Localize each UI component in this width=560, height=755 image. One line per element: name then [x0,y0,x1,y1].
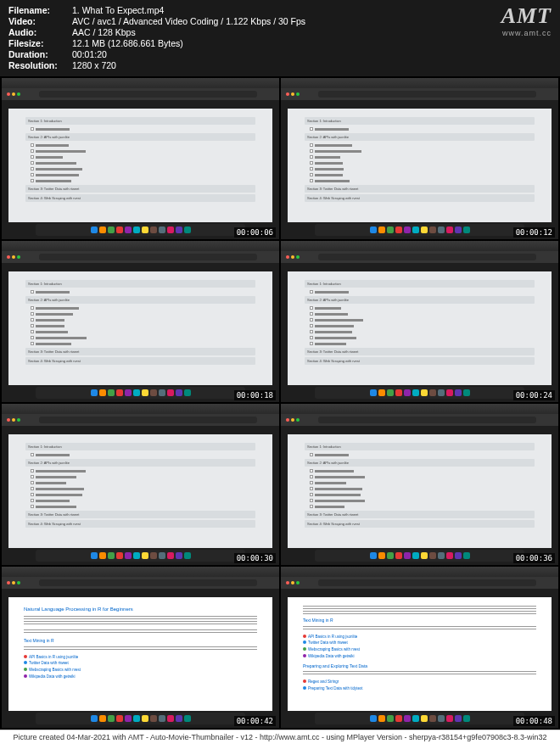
close-icon [286,581,289,584]
doc-link: Webscraping Basics with rvest [24,668,257,674]
macos-dock [36,550,245,562]
course-panel: Section 1: Introduction Section 2: APIs … [288,271,552,385]
url-bar [39,91,257,98]
thumbnail-7: Natural Language Processing in R for Beg… [2,567,279,728]
close-icon [7,255,10,259]
section-header: Section 2: APIs with jsonlite [305,459,535,467]
maximize-icon [296,418,300,422]
section-header: Section 2: APIs with jsonlite [25,133,255,141]
maximize-icon [17,92,20,96]
resolution-value: 1280 x 720 [72,60,116,70]
macos-menubar [281,78,558,88]
macos-menubar [2,78,279,88]
url-bar [39,579,257,586]
maximize-icon [17,255,20,259]
section-header: Section 2: APIs with jsonlite [25,296,255,304]
filename-value: 1. What To Expect.mp4 [72,5,164,15]
close-icon [286,92,289,96]
section-header: Section 4: Web Scraping with rvest [25,194,255,202]
thumbnail-grid: Section 1: Introduction Section 2: APIs … [0,76,560,730]
macos-menubar [281,241,558,251]
doc-link: Wikipedia Data with getwiki [303,654,536,660]
section-header: Section 3: Twitter Data with rtweet [25,348,255,355]
macos-menubar [281,404,558,414]
duration-label: Duration: [8,49,72,59]
macos-menubar [2,404,279,414]
metadata-header: Filename:1. What To Expect.mp4 Video:AVC… [0,0,560,76]
course-panel: Section 1: Introduction Section 2: APIs … [8,109,272,222]
close-icon [286,255,289,259]
section-header: Section 2: APIs with jsonlite [305,133,535,141]
timestamp-overlay: 00:00:24 [513,390,555,400]
section-header: Section 4: Web Scraping with rvest [305,520,535,528]
amt-logo: AMT www.amt.cc [501,3,552,37]
section-header: Section 1: Introduction [305,280,535,288]
timestamp-overlay: 00:00:42 [234,716,276,726]
course-panel: Section 1: Introduction Section 2: APIs … [8,271,272,385]
macos-menubar [2,567,279,577]
section-header: Section 3: Twitter Data with rtweet [25,185,255,193]
minimize-icon [291,581,294,584]
filesize-value: 12.1 MB (12.686.661 Bytes) [72,38,183,48]
audio-value: AAC / 128 Kbps [72,27,136,37]
thumbnail-3: Section 1: Introduction Section 2: APIs … [2,241,279,402]
timestamp-overlay: 00:00:18 [234,390,276,400]
doc-link: Twitter Data with rtweet [24,661,257,667]
doc-title: Natural Language Processing in R for Beg… [24,606,257,613]
section-header: Section 4: Web Scraping with rvest [25,357,255,365]
timestamp-overlay: 00:00:06 [234,227,276,238]
browser-chrome [2,577,279,589]
doc-panel: Text Mining in RAPI Basics in R using js… [288,597,552,711]
browser-chrome [281,414,558,426]
browser-chrome [2,88,279,100]
url-bar [318,417,536,423]
thumbnail-4: Section 1: Introduction Section 2: APIs … [281,241,558,402]
section-header: Section 4: Web Scraping with rvest [305,357,535,365]
thumbnail-6: Section 1: Introduction Section 2: APIs … [281,404,558,565]
maximize-icon [296,581,300,584]
maximize-icon [17,581,20,584]
doc-heading: Text Mining in R [24,638,257,645]
minimize-icon [12,92,15,96]
logo-text: AMT [501,3,552,29]
footer-credits: Picture created 04-Mar-2021 with AMT - A… [0,730,560,744]
browser-chrome [2,414,279,426]
maximize-icon [296,92,300,96]
close-icon [7,418,10,422]
macos-dock [36,224,245,236]
video-label: Video: [8,16,72,26]
doc-heading: Preparing and Exploring Text Data [303,663,536,670]
browser-chrome [2,251,279,263]
thumbnail-1: Section 1: Introduction Section 2: APIs … [2,78,279,239]
section-header: Section 3: Twitter Data with rtweet [305,348,535,355]
doc-panel: Natural Language Processing in R for Beg… [8,597,272,711]
resolution-label: Resolution: [8,60,72,70]
section-header: Section 1: Introduction [25,280,255,288]
close-icon [7,92,10,96]
section-header: Section 2: APIs with jsonlite [305,296,535,304]
doc-link: API Basics in R using jsonlite [303,635,536,640]
macos-dock [315,550,524,562]
macos-menubar [281,567,558,577]
section-header: Section 3: Twitter Data with rtweet [305,185,535,193]
section-header: Section 4: Web Scraping with rvest [305,194,535,202]
course-panel: Section 1: Introduction Section 2: APIs … [288,434,552,548]
filename-label: Filename: [8,5,72,15]
thumbnail-8: Text Mining in RAPI Basics in R using js… [281,567,558,728]
section-header: Section 4: Web Scraping with rvest [25,520,255,528]
timestamp-overlay: 00:00:36 [513,553,555,563]
course-panel: Section 1: Introduction Section 2: APIs … [8,434,272,548]
url-bar [39,417,257,423]
logo-url: www.amt.cc [501,29,552,37]
doc-link: Preparing Text Data with tidytext [303,686,536,692]
minimize-icon [291,418,294,422]
macos-dock [315,387,524,399]
minimize-icon [291,92,294,96]
video-value: AVC / avc1 / Advanced Video Coding / 1.1… [72,16,305,26]
section-header: Section 3: Twitter Data with rtweet [305,511,535,518]
macos-dock [315,224,524,236]
section-header: Section 3: Twitter Data with rtweet [25,511,255,518]
doc-link: Wikipedia Data with getwiki [24,674,257,680]
timestamp-overlay: 00:00:12 [513,227,555,238]
timestamp-overlay: 00:00:30 [234,553,276,563]
